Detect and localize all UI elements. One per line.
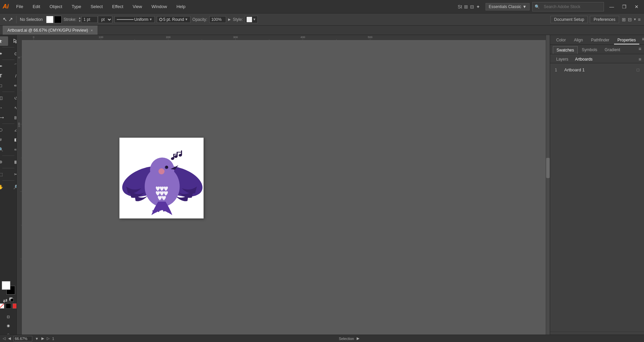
svg-rect-21 <box>17 40 22 338</box>
menu-help[interactable]: Help <box>174 3 187 10</box>
artboard-row-1[interactable]: 1 Artboard 1 □ <box>553 66 641 74</box>
opacity-input[interactable] <box>209 16 226 23</box>
menu-window[interactable]: Window <box>149 3 169 10</box>
foreground-color-swatch[interactable] <box>2 281 10 290</box>
preferences-button[interactable]: Preferences <box>590 16 619 23</box>
fill-swatch[interactable] <box>46 16 53 23</box>
title-bar: Ai File Edit Object Type Select Effect V… <box>0 0 644 13</box>
swap-colors-icon[interactable]: ⇄ <box>3 297 8 302</box>
curvature-tool-btn[interactable]: ⌒ <box>8 61 17 71</box>
stroke-width-input[interactable] <box>81 16 98 23</box>
magic-wand-tool-btn[interactable]: ✦ <box>0 49 8 58</box>
draw-mode-icon[interactable]: ⊡ <box>5 313 12 320</box>
eyedropper-btn[interactable]: 🔍 <box>0 145 8 154</box>
view-mode-icon[interactable]: ◉ <box>5 322 12 329</box>
shape-builder-btn[interactable]: ⬡ <box>0 125 8 135</box>
gradient-tool-btn[interactable]: ◧ <box>8 135 17 144</box>
lasso-tool-btn[interactable]: ⊙ <box>8 49 17 58</box>
tab-swatches[interactable]: Swatches <box>553 46 578 54</box>
extension-icon-1[interactable]: St <box>458 4 462 9</box>
stroke-unit-select[interactable]: pt <box>98 16 112 23</box>
width-tool-btn[interactable]: ⟷ <box>0 113 8 122</box>
tab-color[interactable]: Color <box>553 36 569 44</box>
layers-menu-icon[interactable]: ≡ <box>639 57 641 62</box>
tab-align[interactable]: Align <box>571 36 586 44</box>
canvas-inner[interactable] <box>22 40 546 338</box>
search-adobe-stock-input[interactable] <box>541 3 602 10</box>
rotate-tool-btn[interactable]: ↺ <box>8 93 17 103</box>
mesh-tool-btn[interactable]: # <box>0 135 8 144</box>
tab-gradient[interactable]: Gradient <box>601 46 623 54</box>
menu-effect[interactable]: Effect <box>110 3 125 10</box>
nav-next-icon[interactable]: ▷ <box>47 336 49 341</box>
page-number-input[interactable]: 1 <box>52 337 54 341</box>
panel-menu-icon[interactable]: ≡ <box>637 16 641 23</box>
opacity-chevron[interactable]: ▶ <box>228 18 231 21</box>
maximize-button[interactable]: ❐ <box>619 3 629 11</box>
warp-tool-btn[interactable]: ∿ <box>8 103 17 112</box>
pencil-tool-btn[interactable]: ✏ <box>8 81 17 90</box>
zoom-tool-btn[interactable]: 🔎 <box>8 182 17 192</box>
symbol-sprayer-btn[interactable]: ⊛ <box>0 157 8 167</box>
type-tool-btn[interactable]: T <box>0 71 8 80</box>
tab-properties[interactable]: Properties <box>614 36 639 44</box>
extension-icon-2[interactable]: ⊞ <box>464 4 468 9</box>
direct-selection-tool-btn[interactable] <box>8 36 17 46</box>
perspective-btn[interactable]: ⊿ <box>8 125 17 135</box>
stroke-swatch[interactable] <box>54 16 62 23</box>
zoom-chevron[interactable]: ▼ <box>35 337 39 341</box>
paint-bucket-btn[interactable]: ◫ <box>0 93 8 103</box>
free-transform-btn[interactable]: ⊞ <box>8 113 17 122</box>
nav-prev-icon[interactable]: ◁ <box>3 336 5 341</box>
menu-select[interactable]: Select <box>88 3 105 10</box>
hand-tool-btn[interactable]: ✋ <box>0 182 8 192</box>
arrange-chevron[interactable]: ▼ <box>633 18 637 21</box>
blend-tool-btn[interactable]: ∞ <box>8 145 17 154</box>
arrange-icon-2[interactable]: ⊟ <box>627 16 633 23</box>
line-tool-btn[interactable]: / <box>8 71 17 80</box>
tab-artboards[interactable]: Artboards <box>572 56 596 63</box>
stroke-up-arrow[interactable]: ▲ <box>78 16 81 20</box>
tab-pathfinder[interactable]: Pathfinder <box>587 36 613 44</box>
panel-menu-dots[interactable]: ≡ <box>642 36 644 44</box>
reset-colors-icon[interactable] <box>9 297 14 302</box>
menu-object[interactable]: Object <box>47 3 64 10</box>
menu-view[interactable]: View <box>131 3 144 10</box>
swatches-menu-icon[interactable]: ≡ <box>639 46 641 54</box>
none-color-chip[interactable] <box>0 303 4 309</box>
svg-text:0: 0 <box>17 57 21 58</box>
rect-tool-btn[interactable]: □ <box>0 81 8 90</box>
nav-right-icon[interactable]: ▶ <box>41 336 44 341</box>
workspace-selector[interactable]: Essentials Classic ▼ <box>486 3 530 10</box>
tab-close-button[interactable]: × <box>91 28 93 32</box>
column-graph-btn[interactable]: ▦ <box>8 157 17 167</box>
minimize-button[interactable]: — <box>607 3 617 11</box>
pen-tool-btn[interactable]: ✒ <box>0 61 8 71</box>
artboard-tool-btn[interactable]: ⬚ <box>0 170 8 179</box>
vertical-scroll-thumb[interactable] <box>546 158 550 178</box>
slice-tool-btn[interactable]: ✂ <box>8 170 17 179</box>
stroke-down-arrow[interactable]: ▼ <box>78 20 81 23</box>
zoom-level-input[interactable] <box>13 336 32 341</box>
extension-icon-4[interactable]: ✦ <box>476 4 480 9</box>
close-button[interactable]: ✕ <box>632 3 641 11</box>
canvas-area[interactable]: 0 100 200 300 400 500 0 <box>17 35 550 342</box>
svg-rect-50 <box>173 154 178 155</box>
arrange-icon-1[interactable]: ⊞ <box>621 16 627 23</box>
document-setup-button[interactable]: Document Setup <box>550 16 588 23</box>
extension-icon-3[interactable]: ⊟ <box>470 4 474 9</box>
red-color-chip[interactable] <box>12 303 17 309</box>
tab-symbols[interactable]: Symbols <box>578 46 601 54</box>
artboard-visibility-icon[interactable]: □ <box>637 67 639 72</box>
menu-type[interactable]: Type <box>70 3 83 10</box>
vertical-scrollbar[interactable] <box>546 35 550 342</box>
active-document-tab[interactable]: Artboard.ai @ 66.67% (CMYK/GPU Preview) … <box>3 26 98 35</box>
menu-edit[interactable]: Edit <box>31 3 42 10</box>
nav-left-icon[interactable]: ◀ <box>8 336 11 341</box>
menu-file[interactable]: File <box>14 3 25 10</box>
black-color-chip[interactable] <box>6 303 11 309</box>
tab-layers[interactable]: Layers <box>553 56 572 63</box>
reflect-tool-btn[interactable]: ↔ <box>0 103 8 112</box>
reflect-icon: ↔ <box>0 105 3 110</box>
selection-tool-btn[interactable] <box>0 36 8 46</box>
